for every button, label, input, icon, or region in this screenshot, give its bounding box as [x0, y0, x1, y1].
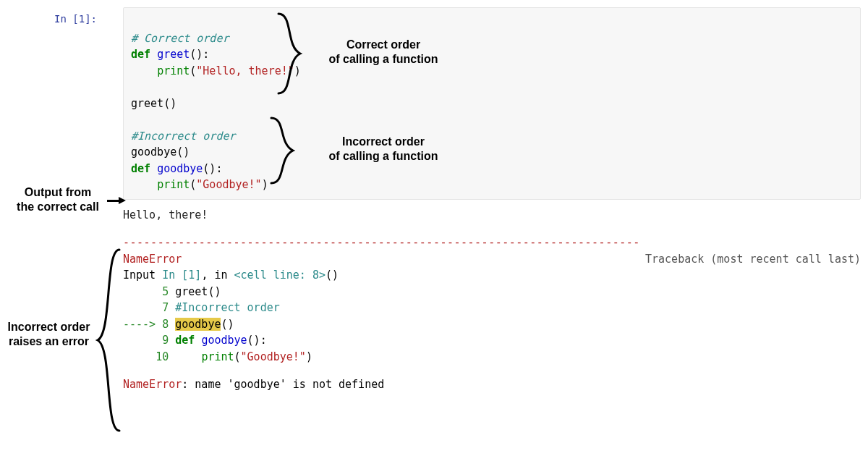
- lineno: 9: [123, 334, 175, 347]
- func-name: greet: [157, 48, 190, 61]
- tb-in: In [1]: [162, 269, 201, 282]
- traceback-context: 5 greet(): [123, 284, 861, 300]
- builtin-print: print: [157, 64, 190, 77]
- builtin-print: print: [157, 178, 190, 191]
- tb-code: ():: [247, 334, 267, 347]
- traceback-context: 10 print("Goodbye!"): [123, 349, 861, 366]
- lineno: 5: [123, 285, 175, 298]
- string-literal: "Goodbye!": [196, 178, 261, 191]
- builtin-print: print: [201, 350, 234, 363]
- tb-code: greet(): [175, 285, 221, 298]
- paren: (: [190, 178, 196, 191]
- annotation-correct: Correct order of calling a function: [311, 38, 456, 67]
- highlighted-token: goodbye: [175, 318, 221, 331]
- traceback-label: Traceback (most recent call last): [645, 251, 861, 268]
- string-literal: "Goodbye!": [241, 350, 306, 363]
- error-header: NameError Traceback (most recent call la…: [123, 251, 861, 268]
- code-box: # Correct order def greet(): print("Hell…: [123, 7, 861, 200]
- code-text: ():: [190, 48, 209, 61]
- code-text: greet(): [131, 97, 176, 110]
- tb-cellref: <cell line: 8>: [234, 269, 326, 282]
- tb-text: Input: [123, 269, 162, 282]
- lineno: 10: [123, 350, 175, 363]
- error-final: NameError: name 'goodbye' is not defined: [123, 376, 861, 393]
- tb-code: #Incorrect order: [175, 301, 280, 314]
- code-comment: #Incorrect order: [131, 130, 236, 143]
- input-prompt: In [1]:: [54, 13, 97, 25]
- paren: (: [234, 350, 241, 363]
- traceback-context: 9 def goodbye():: [123, 332, 861, 349]
- annotation-output: Output from the correct call: [7, 185, 109, 214]
- error-name: NameError: [123, 378, 182, 391]
- traceback-arrow-line: ----> 8 goodbye(): [123, 316, 861, 333]
- tb-text: , in: [201, 269, 234, 282]
- tb-text: (): [326, 269, 339, 282]
- keyword-def: def: [175, 334, 195, 347]
- code-indent: [131, 178, 157, 191]
- func-name: goodbye: [201, 334, 247, 347]
- traceback-line: Input In [1], in <cell line: 8>(): [123, 267, 861, 284]
- paren: (: [190, 64, 196, 77]
- brace-error: [94, 246, 123, 434]
- paren: ): [294, 64, 301, 77]
- string-literal: "Hello, there!": [196, 64, 294, 77]
- annotation-incorrect: Incorrect order of calling a function: [307, 135, 459, 164]
- func-name: goodbye: [157, 162, 203, 175]
- code-text: ():: [203, 162, 222, 175]
- error-separator: ----------------------------------------…: [123, 235, 861, 251]
- stdout-output: Hello, there!: [123, 207, 861, 224]
- code-indent: [175, 350, 201, 363]
- arrow-head-icon: [119, 197, 126, 204]
- annotation-raises: Incorrect order raises an error: [0, 320, 98, 349]
- paren: ): [306, 350, 312, 363]
- code-cell: In [1]: # Correct order def greet(): pri…: [123, 7, 861, 393]
- lineno: 8: [162, 318, 175, 331]
- code-comment: # Correct order: [131, 32, 229, 45]
- keyword-def: def: [131, 48, 150, 61]
- error-message: : name 'goodbye' is not defined: [182, 378, 384, 391]
- error-name: NameError: [123, 251, 182, 268]
- keyword-def: def: [131, 162, 150, 175]
- paren: ): [262, 178, 268, 191]
- lineno: 7: [123, 301, 175, 314]
- traceback-context: 7 #Incorrect order: [123, 300, 861, 316]
- code-indent: [131, 64, 157, 77]
- tb-code: (): [221, 318, 234, 331]
- arrow-marker: ---->: [123, 318, 162, 331]
- code-text: goodbye(): [131, 145, 190, 159]
